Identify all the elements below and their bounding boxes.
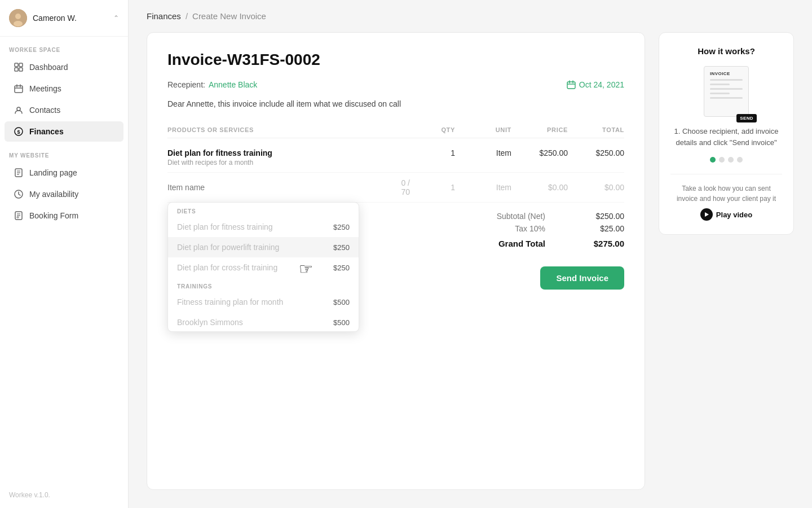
step-dot-3 bbox=[728, 157, 734, 163]
form-icon bbox=[14, 211, 24, 221]
item-name-cell: 0 / 70 bbox=[167, 178, 410, 196]
chevron-icon: ⌃ bbox=[113, 14, 119, 22]
svg-rect-3 bbox=[15, 63, 18, 67]
play-video-text: Take a look how you can sent invoice and… bbox=[670, 183, 782, 204]
subtotal-value: $250.00 bbox=[579, 212, 624, 221]
item-1-desc: Diet with recipes for a month bbox=[167, 159, 410, 167]
col-product: PRODUCTS OR SERVICES bbox=[167, 126, 410, 133]
svg-rect-22 bbox=[17, 217, 19, 218]
item-name-input[interactable] bbox=[167, 183, 387, 192]
sidebar-label-availability: My availability bbox=[29, 190, 78, 199]
calendar-date-icon bbox=[567, 80, 576, 89]
sidebar-item-finances[interactable]: $ Finances bbox=[5, 121, 123, 142]
step-dot-4 bbox=[737, 157, 743, 163]
svg-point-2 bbox=[14, 21, 23, 27]
invoice-message: Dear Annette, this invoice include all i… bbox=[167, 99, 624, 108]
workee-space-label: WORKEE SPACE bbox=[0, 37, 128, 56]
step-dot-1 bbox=[710, 157, 716, 163]
sidebar-item-contacts[interactable]: Contacts bbox=[5, 100, 123, 120]
item-1-total: $250.00 bbox=[568, 148, 624, 157]
sidebar-label-landing: Landing page bbox=[29, 168, 77, 177]
grid-icon bbox=[14, 62, 24, 72]
play-video-section: Take a look how you can sent invoice and… bbox=[670, 183, 782, 221]
invoice-illustration: INVOICE SEND bbox=[670, 66, 782, 117]
main-content: Finances / Create New Invoice Invoice-W3… bbox=[129, 0, 812, 508]
tax-value: $25.00 bbox=[579, 224, 624, 233]
table-header: PRODUCTS OR SERVICES QTY UNIT PRICE TOTA… bbox=[167, 122, 624, 138]
step-dots bbox=[670, 157, 782, 163]
dollar-icon: $ bbox=[14, 126, 24, 137]
input-unit: Item bbox=[455, 183, 511, 192]
grand-total-label: Grand Total bbox=[455, 239, 545, 248]
doc-line-2 bbox=[710, 84, 730, 85]
dropdown-menu: DIETS Diet plan for fitness training $25… bbox=[167, 202, 359, 332]
sidebar: Cameron W. ⌃ WORKEE SPACE Dashboard Meet… bbox=[0, 0, 129, 508]
input-price: $0.00 bbox=[511, 183, 568, 192]
calendar-icon bbox=[14, 84, 24, 94]
play-video-button[interactable]: Play video bbox=[700, 208, 752, 221]
svg-rect-7 bbox=[15, 86, 23, 93]
input-total: $0.00 bbox=[568, 183, 624, 192]
dropdown-item-1-price: $250 bbox=[333, 243, 350, 252]
item-1-unit: Item bbox=[455, 148, 511, 157]
sidebar-item-meetings[interactable]: Meetings bbox=[5, 78, 123, 99]
dropdown-item-2[interactable]: Diet plan for cross-fit training $250 bbox=[168, 257, 359, 278]
char-count: 0 / 70 bbox=[392, 178, 410, 196]
dropdown-item-1[interactable]: Diet plan for powerlift training $250 bbox=[168, 237, 359, 257]
user-name: Cameron W. bbox=[33, 14, 108, 23]
send-invoice-button[interactable]: Send Invoice bbox=[540, 266, 624, 290]
avatar bbox=[9, 9, 27, 27]
svg-rect-23 bbox=[567, 82, 575, 89]
grand-total-row: Grand Total $275.00 bbox=[455, 239, 624, 248]
sidebar-item-availability[interactable]: My availability bbox=[5, 184, 123, 204]
breadcrumb-separator: / bbox=[186, 11, 188, 21]
svg-text:$: $ bbox=[17, 129, 20, 135]
user-profile[interactable]: Cameron W. ⌃ bbox=[0, 0, 128, 37]
recipient-name[interactable]: Annette Black bbox=[209, 80, 257, 89]
how-it-works-panel: How it works? INVOICE SEND 1. Choose rec… bbox=[659, 32, 794, 235]
step-dot-2 bbox=[719, 157, 725, 163]
date-value: Oct 24, 2021 bbox=[579, 80, 624, 89]
recipient-row: Recepient: Annette Black bbox=[167, 80, 257, 89]
invoice-table: PRODUCTS OR SERVICES QTY UNIT PRICE TOTA… bbox=[167, 122, 624, 248]
send-badge: SEND bbox=[736, 114, 757, 122]
item-1-name: Diet plan for fitness training bbox=[167, 148, 410, 157]
clock-icon bbox=[14, 189, 24, 199]
dropdown-item-4[interactable]: Brooklyn Simmons $500 bbox=[168, 312, 359, 331]
dropdown-item-0-price: $250 bbox=[333, 223, 350, 231]
col-qty: QTY bbox=[410, 126, 455, 133]
svg-point-11 bbox=[17, 107, 20, 111]
my-website-label: MY WEBSITE bbox=[0, 142, 128, 162]
dropdown-item-4-price: $500 bbox=[333, 318, 350, 327]
dropdown-item-3-name: Fitness training plan for month bbox=[177, 297, 283, 306]
dropdown-item-3-price: $500 bbox=[333, 298, 350, 306]
sidebar-label-booking: Booking Form bbox=[29, 211, 78, 220]
dropdown-cat-diets: DIETS bbox=[168, 203, 359, 217]
how-it-works-step1: 1. Choose recipient, add invoice details… bbox=[670, 126, 782, 148]
invoice-date: Oct 24, 2021 bbox=[567, 80, 624, 89]
invoice-doc-title: INVOICE bbox=[710, 71, 743, 76]
dropdown-item-4-name: Brooklyn Simmons bbox=[177, 318, 243, 327]
recipient-label: Recepient: bbox=[167, 80, 205, 89]
sidebar-item-landing-page[interactable]: Landing page bbox=[5, 163, 123, 183]
play-icon bbox=[700, 208, 713, 221]
table-row: Diet plan for fitness training Diet with… bbox=[167, 143, 624, 173]
dropdown-item-1-name: Diet plan for powerlift training bbox=[177, 243, 279, 252]
dropdown-item-0[interactable]: Diet plan for fitness training $250 bbox=[168, 217, 359, 237]
sidebar-label-meetings: Meetings bbox=[29, 84, 61, 93]
col-total: TOTAL bbox=[568, 126, 624, 133]
page-icon bbox=[14, 168, 24, 178]
topbar: Finances / Create New Invoice bbox=[129, 0, 812, 21]
sidebar-item-booking-form[interactable]: Booking Form bbox=[5, 205, 123, 226]
sidebar-item-dashboard[interactable]: Dashboard bbox=[5, 57, 123, 77]
item-1-qty: 1 bbox=[410, 148, 455, 157]
dropdown-item-0-name: Diet plan for fitness training bbox=[177, 222, 273, 231]
sidebar-label-finances: Finances bbox=[29, 127, 64, 136]
how-it-works-title: How it works? bbox=[670, 46, 782, 56]
breadcrumb-parent[interactable]: Finances bbox=[147, 11, 181, 21]
divider bbox=[670, 174, 782, 174]
item-1-name-cell: Diet plan for fitness training Diet with… bbox=[167, 148, 410, 167]
dropdown-item-3[interactable]: Fitness training plan for month $500 bbox=[168, 292, 359, 312]
sidebar-label-dashboard: Dashboard bbox=[29, 63, 68, 72]
doc-line-1 bbox=[710, 79, 743, 81]
